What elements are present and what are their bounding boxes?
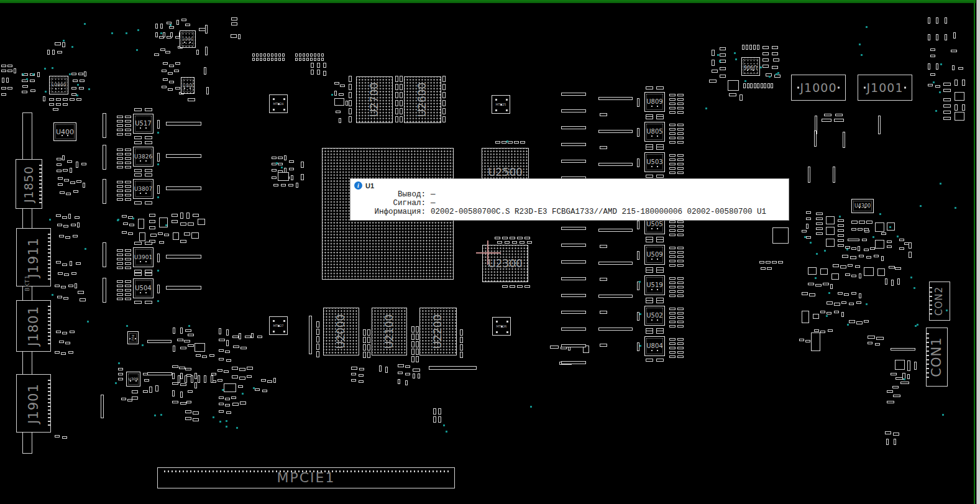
- pad: [166, 186, 201, 190]
- connector-con2[interactable]: CON2: [929, 282, 950, 321]
- test-point: [157, 300, 159, 302]
- component-u2200[interactable]: U2200: [419, 308, 457, 355]
- component-u3826[interactable]: U3826: [133, 147, 153, 167]
- connector-con1[interactable]: CON1: [926, 328, 948, 387]
- boardview-app: U3800U400U300U303U517U3826U3807U3901U504…: [0, 0, 980, 504]
- component-u2600[interactable]: U2600: [404, 76, 441, 123]
- pad: [395, 76, 398, 82]
- pad: [637, 342, 639, 351]
- component-u309[interactable]: U309: [126, 372, 140, 387]
- component-u2700[interactable]: U2700: [356, 76, 393, 123]
- pad: [128, 232, 133, 235]
- pad: [814, 329, 819, 332]
- pad: [206, 87, 209, 94]
- pad: [802, 311, 809, 323]
- pad: [314, 53, 316, 57]
- test-point: [735, 58, 737, 60]
- pad: [831, 273, 839, 280]
- component-label: MTK27: [273, 324, 283, 328]
- fiducial-mtk27[interactable]: MTK27: [269, 316, 288, 335]
- pad: [856, 301, 861, 304]
- pad: [346, 101, 348, 106]
- component-u504[interactable]: U504: [133, 278, 153, 298]
- component-u517[interactable]: U517: [133, 114, 153, 134]
- test-point: [933, 81, 935, 83]
- pad: [814, 131, 817, 147]
- pad: [930, 55, 935, 57]
- connector-mpcie1[interactable]: MPCIE1: [157, 467, 455, 488]
- component-u300[interactable]: U300: [180, 30, 196, 48]
- component-label: U2600: [418, 83, 428, 117]
- pad: [157, 120, 160, 129]
- pad: [816, 222, 823, 225]
- component-u2100[interactable]: U2100: [372, 308, 407, 355]
- pad: [502, 237, 508, 239]
- pad: [600, 311, 607, 314]
- component-u3901[interactable]: U3901: [133, 247, 153, 267]
- pad: [58, 272, 63, 275]
- component-pu2[interactable]: PU2: [127, 331, 139, 344]
- scrollbar-right[interactable]: [976, 0, 980, 504]
- pad: [677, 282, 684, 284]
- component-label: J1850: [23, 166, 35, 203]
- component-u809[interactable]: U809: [644, 92, 665, 112]
- board-canvas[interactable]: U3800U400U300U303U517U3826U3807U3901U504…: [0, 0, 980, 504]
- pad: [219, 328, 221, 334]
- component-u509[interactable]: U509: [644, 245, 665, 265]
- pad: [561, 328, 586, 331]
- fiducial-mtk26[interactable]: MTK26: [492, 317, 511, 336]
- pad: [219, 410, 224, 413]
- pad: [186, 401, 191, 403]
- pad: [864, 228, 869, 231]
- connector-j1801[interactable]: J1801: [16, 300, 51, 352]
- tooltip-info-label: Информация:: [354, 208, 426, 216]
- test-point: [63, 40, 65, 42]
- pad: [117, 267, 123, 269]
- pad: [76, 98, 81, 101]
- connector-j1911[interactable]: J1911: [16, 228, 51, 286]
- component-u3807[interactable]: U3807: [133, 179, 153, 199]
- pad: [198, 219, 205, 225]
- pad: [844, 293, 849, 296]
- component-label: U3800: [52, 83, 66, 88]
- connector-j1000[interactable]: J1000: [791, 75, 846, 101]
- fiducial-mtk24[interactable]: MTK24: [269, 94, 288, 113]
- component-u303[interactable]: U303: [181, 77, 195, 94]
- pad: [309, 316, 312, 354]
- component-u400[interactable]: U400: [53, 122, 76, 141]
- pad: [764, 83, 766, 88]
- pad: [411, 334, 414, 340]
- component-u2000[interactable]: U2000: [323, 308, 359, 355]
- component-u4300[interactable]: U4300: [851, 199, 874, 213]
- pad: [400, 84, 403, 90]
- component-u804[interactable]: U804: [644, 336, 665, 356]
- pad: [172, 220, 178, 223]
- component-label: CON1: [930, 337, 943, 377]
- component-label: U3901: [134, 255, 153, 260]
- connector-j1001[interactable]: J1001: [858, 75, 912, 101]
- pad: [165, 51, 170, 53]
- pad: [838, 292, 843, 295]
- pad: [103, 145, 106, 170]
- test-point: [920, 205, 922, 207]
- component-u805[interactable]: U805: [644, 122, 665, 142]
- component-u519[interactable]: U519: [644, 275, 665, 295]
- test-point: [914, 287, 915, 289]
- pad: [955, 104, 958, 111]
- pad: [772, 227, 789, 244]
- component-u2300[interactable]: U2300: [482, 245, 528, 282]
- component-u503[interactable]: U503: [644, 152, 665, 172]
- component-u906[interactable]: U906: [741, 57, 760, 76]
- pad: [181, 19, 186, 21]
- pad: [677, 163, 684, 165]
- component-u2500[interactable]: U2500: [482, 148, 529, 180]
- pad: [669, 312, 675, 314]
- connector-j1850[interactable]: J1850: [16, 159, 42, 209]
- component-u3800[interactable]: U3800: [49, 76, 68, 94]
- pad: [887, 245, 892, 248]
- pad: [460, 329, 463, 336]
- fiducial-mtk25[interactable]: MTK25: [492, 95, 510, 114]
- connector-j1901[interactable]: J1901: [16, 374, 51, 433]
- component-u502[interactable]: U502: [644, 306, 665, 326]
- pad: [637, 251, 639, 260]
